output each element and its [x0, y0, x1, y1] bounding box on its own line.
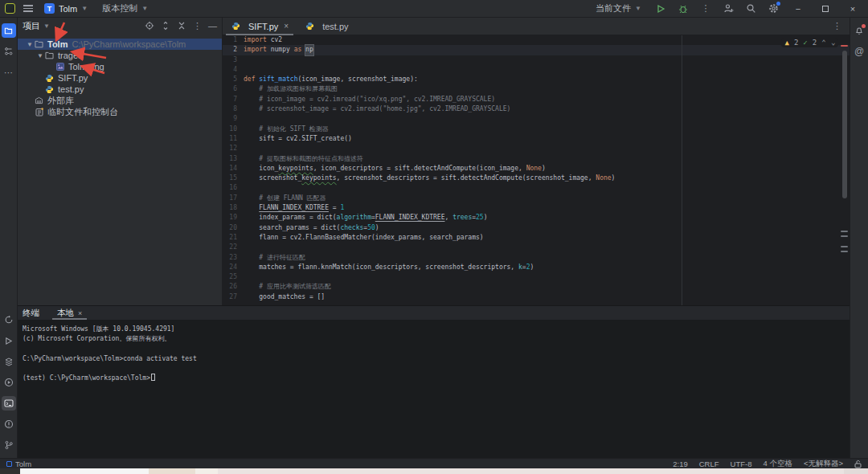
main-menu-icon[interactable]	[23, 5, 33, 12]
code-line-14[interactable]: 14 icon_keypoints, icon_descriptors = si…	[223, 164, 850, 174]
branch-icon[interactable]	[2, 438, 16, 452]
tree-item-test-py[interactable]: test.py	[18, 84, 222, 95]
close-icon[interactable]: ×	[78, 309, 82, 317]
code-line-17[interactable]: 17 # 创建 FLANN 匹配器	[223, 194, 850, 203]
terminal-output[interactable]: Microsoft Windows [版本 10.0.19045.4291](c…	[18, 320, 850, 384]
vcs-selector[interactable]: 版本控制 ▼	[99, 1, 151, 16]
search-icon[interactable]	[744, 2, 757, 15]
code-line-4[interactable]: 4	[223, 65, 850, 75]
structure-toolwindow-icon[interactable]	[2, 44, 16, 59]
more-actions-icon[interactable]: ⋮	[699, 2, 712, 15]
code-line-26[interactable]: 26 # 应用比率测试筛选匹配	[223, 282, 850, 292]
terminal-title: 终端	[23, 308, 39, 319]
project-panel-title[interactable]: 项目 ▼	[23, 20, 50, 32]
prev-problem-icon[interactable]: ⌃	[821, 39, 825, 47]
code-line-1[interactable]: 1import cv2	[223, 35, 850, 45]
code-line-9[interactable]: 9	[223, 114, 850, 124]
run-toolwindow-icon[interactable]	[2, 333, 16, 348]
stripe-mark[interactable]	[841, 235, 848, 237]
status-item[interactable]: <无解释器>	[804, 459, 843, 469]
window-maximize-button[interactable]	[817, 4, 834, 14]
tree-item--[interactable]: 临时文件和控制台	[18, 106, 222, 117]
code-line-6[interactable]: 6 # 加载游戏图标和屏幕截图	[223, 84, 850, 94]
error-stripe-mark[interactable]	[841, 45, 848, 47]
services-icon[interactable]	[2, 354, 16, 369]
unlocked-padlock-icon[interactable]	[854, 460, 862, 468]
tree-item-sift-py[interactable]: SIFT.py	[18, 72, 222, 84]
code-area[interactable]: 1import cv22import numpy as np345def sif…	[223, 35, 850, 305]
code-line-21[interactable]: 21 flann = cv2.FlannBasedMatcher(index_p…	[223, 233, 850, 243]
code-line-7[interactable]: 7 # icon_image = cv2.imread("ico/xq.png"…	[223, 95, 850, 104]
stripe-mark[interactable]	[841, 251, 848, 252]
locate-file-icon[interactable]	[145, 21, 154, 31]
status-item[interactable]: CRLF	[699, 460, 719, 468]
debug-button[interactable]	[677, 2, 690, 15]
python-console-icon[interactable]	[2, 375, 16, 390]
tree-item-tolm-png[interactable]: Tolm.png	[18, 61, 222, 72]
code-line-3[interactable]: 3	[223, 55, 850, 65]
window-close-button[interactable]: ×	[844, 4, 862, 14]
code-line-15[interactable]: 15 screenshot_keypoints, screenshot_desc…	[223, 174, 850, 183]
more-toolwindows-icon[interactable]: ⋯	[2, 65, 16, 80]
tree-item-traget[interactable]: ▼traget	[18, 50, 222, 61]
project-selector[interactable]: T Tolm ▼	[41, 2, 91, 15]
ok-count: 2	[813, 39, 817, 47]
code-line-12[interactable]: 12	[223, 144, 850, 153]
code-line-19[interactable]: 19 index_params = dict(algorithm=FLANN_I…	[223, 213, 850, 223]
folder-icon	[34, 39, 44, 49]
code-line-11[interactable]: 11 sift = cv2.SIFT_create()	[223, 134, 850, 144]
status-item[interactable]: 2:19	[673, 460, 688, 468]
folder-icon	[44, 51, 55, 60]
expand-collapse-icon[interactable]	[161, 21, 170, 31]
tab-options-icon[interactable]: ⋮	[833, 21, 850, 31]
scratch-icon	[34, 107, 44, 116]
hide-panel-icon[interactable]: —	[208, 21, 217, 31]
run-config-selector[interactable]: 当前文件 ▼	[592, 1, 645, 16]
chevron-expanded-icon[interactable]: ▼	[36, 52, 44, 59]
settings-gear-icon[interactable]	[767, 2, 780, 15]
next-problem-icon[interactable]: ⌃	[831, 39, 835, 47]
code-line-20[interactable]: 20 search_params = dict(checks=50)	[223, 223, 850, 233]
editor-tab-test-py[interactable]: test.py	[297, 18, 356, 35]
status-project-label: Tolm	[15, 460, 31, 468]
notifications-bell-icon[interactable]	[852, 23, 866, 38]
status-item[interactable]: UTF-8	[731, 460, 752, 468]
status-item[interactable]: 4 个空格	[763, 459, 792, 469]
code-line-27[interactable]: 27 good_matches = []	[223, 292, 850, 302]
editor-scrollbar[interactable]	[842, 51, 847, 198]
ai-assistant-icon[interactable]: @	[852, 44, 866, 59]
code-line-18[interactable]: 18 FLANN_INDEX_KDTREE = 1	[223, 203, 850, 213]
code-line-16[interactable]: 16	[223, 183, 850, 193]
stripe-mark[interactable]	[841, 231, 848, 232]
tree-item-tolm[interactable]: ▼TolmC:\PyCharm\workspace\Tolm	[18, 39, 222, 50]
terminal-tab-local[interactable]: 本地 ×	[52, 306, 87, 320]
code-line-8[interactable]: 8 # screenshot_image = cv2.imread("home.…	[223, 104, 850, 114]
inspection-widget[interactable]: ▲2 ✓2 ⌃ ⌃	[781, 38, 838, 47]
close-icon[interactable]: ×	[284, 22, 289, 31]
python-icon	[305, 22, 315, 31]
collapse-all-icon[interactable]	[177, 21, 186, 31]
stripe-mark[interactable]	[841, 246, 848, 247]
code-line-2[interactable]: 2import numpy as np	[223, 45, 850, 55]
git-icon[interactable]	[2, 313, 16, 327]
run-button[interactable]	[654, 2, 667, 15]
project-tree: ▼TolmC:\PyCharm\workspace\Tolm▼tragetTol…	[18, 39, 222, 117]
code-line-24[interactable]: 24 matches = flann.knnMatch(icon_descrip…	[223, 263, 850, 272]
chevron-expanded-icon[interactable]: ▼	[26, 41, 34, 48]
tree-item--[interactable]: 外部库	[18, 95, 222, 106]
project-toolwindow-icon[interactable]	[2, 23, 16, 38]
code-line-13[interactable]: 13 # 提取图标和截图的特征点和描述符	[223, 154, 850, 164]
code-line-10[interactable]: 10 # 初始化 SIFT 检测器	[223, 125, 850, 134]
add-user-icon[interactable]	[722, 2, 735, 15]
window-minimize-button[interactable]: −	[789, 4, 807, 14]
problems-icon[interactable]	[2, 417, 16, 431]
code-line-25[interactable]: 25	[223, 272, 850, 282]
code-line-22[interactable]: 22	[223, 243, 850, 252]
panel-more-icon[interactable]: ⋮	[193, 21, 202, 31]
terminal-line: (test) C:\PyCharm\workspace\Tolm>	[23, 374, 850, 383]
terminal-toolwindow-icon[interactable]	[2, 396, 16, 411]
editor-tab-sift-py[interactable]: SIFT.py×	[223, 18, 297, 35]
code-line-23[interactable]: 23 # 进行特征匹配	[223, 253, 850, 263]
status-project-widget[interactable]: Tolm	[6, 460, 31, 468]
code-line-5[interactable]: 5def sift_match(icon_image, screenshot_i…	[223, 75, 850, 84]
